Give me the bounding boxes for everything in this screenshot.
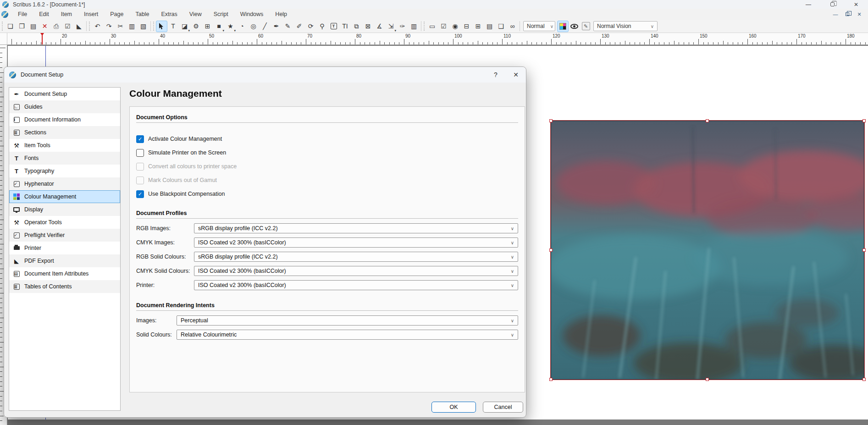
cmyk-solid-colours-select[interactable]: ISO Coated v2 300% (basICColor)∨: [194, 266, 518, 276]
menu-help[interactable]: Help: [269, 10, 293, 19]
copy-button[interactable]: ▥: [126, 21, 138, 32]
mdi-close-button[interactable]: ✕: [853, 10, 865, 19]
handle-middle-right[interactable]: [862, 248, 866, 252]
activate-colour-management-checkbox[interactable]: ✓: [136, 135, 144, 143]
sidebar-item-pdf-export[interactable]: ◣PDF Export: [9, 254, 120, 267]
redo-button[interactable]: ↷: [103, 21, 115, 32]
sidebar-item-guides[interactable]: ∟Guides: [9, 100, 120, 113]
dialog-help-button[interactable]: ?: [486, 67, 506, 83]
sidebar-item-operator-tools[interactable]: ⚒Operator Tools: [9, 216, 120, 229]
menu-page[interactable]: Page: [104, 10, 129, 19]
insert-spiral-button[interactable]: ◎: [248, 21, 259, 32]
zoom-button[interactable]: ⚲: [316, 21, 328, 32]
window-close-button[interactable]: ✕: [844, 0, 868, 9]
mdi-restore-button[interactable]: [841, 10, 853, 19]
pdf-push-button-button[interactable]: ▭: [426, 21, 438, 32]
rotate-item-button[interactable]: ⟳: [305, 21, 316, 32]
story-editor-button[interactable]: TI: [339, 21, 351, 32]
handle-bottom-right[interactable]: [862, 378, 866, 381]
edit-contents-button[interactable]: T: [328, 21, 339, 32]
link-text-frames-button[interactable]: ⧉: [351, 21, 362, 32]
measurements-button[interactable]: ∡: [374, 21, 385, 32]
printer-profile-select[interactable]: ISO Coated v2 300% (basICColor)∨: [194, 280, 518, 290]
copy-item-properties-button[interactable]: ⇲▾: [385, 21, 397, 32]
insert-barcode-button[interactable]: ▥: [408, 21, 420, 32]
open-document-button[interactable]: ❒: [16, 21, 28, 32]
insert-calligraphic-line-button[interactable]: ✐: [293, 21, 305, 32]
mdi-minimize-button[interactable]: —: [829, 10, 841, 19]
insert-polygon-button[interactable]: ★▾: [225, 21, 236, 32]
menu-windows[interactable]: Windows: [234, 10, 270, 19]
ruler-origin-button[interactable]: [0, 33, 7, 45]
save-document-button[interactable]: ▤: [28, 21, 39, 32]
menu-file[interactable]: File: [12, 10, 33, 19]
sidebar-item-document-item-attributes[interactable]: ▤Document Item Attributes: [9, 267, 120, 280]
menu-extras[interactable]: Extras: [155, 10, 183, 19]
rgb-solid-colours-select[interactable]: sRGB display profile (ICC v2.2)∨: [194, 252, 518, 262]
preview-mode-button[interactable]: [569, 21, 580, 32]
print-document-button[interactable]: ⎙: [50, 21, 62, 32]
sidebar-item-colour-management[interactable]: Colour Management: [9, 190, 120, 203]
toggle-colour-management-button[interactable]: [557, 21, 569, 32]
eye-dropper-button[interactable]: ✑: [397, 21, 408, 32]
sidebar-item-tables-of-contents[interactable]: ≣Tables of Contents: [9, 280, 120, 293]
undo-button[interactable]: ↶: [92, 21, 103, 32]
edit-in-preview-button[interactable]: ✎: [580, 21, 592, 32]
use-blackpoint-compensation-checkbox[interactable]: ✓: [136, 190, 144, 198]
cut-button[interactable]: ✂: [115, 21, 126, 32]
pdf-check-box-button[interactable]: ☑: [438, 21, 449, 32]
image-quality-select[interactable]: Normal ∨: [523, 21, 555, 31]
dialog-close-button[interactable]: ✕: [506, 67, 526, 83]
sidebar-item-sections[interactable]: ≣Sections: [9, 126, 120, 139]
horizontal-ruler[interactable]: 2030405060708090100110120130140150160170…: [7, 33, 868, 45]
sidebar-item-printer[interactable]: Printer: [9, 242, 120, 254]
handle-bottom-left[interactable]: [549, 378, 553, 381]
handle-top-left[interactable]: [549, 119, 553, 122]
handle-bottom-center[interactable]: [706, 378, 709, 381]
sidebar-item-display[interactable]: Display: [9, 203, 120, 216]
ok-button[interactable]: OK: [431, 402, 476, 413]
handle-top-right[interactable]: [862, 119, 866, 122]
insert-bezier-curve-button[interactable]: ✒: [271, 21, 282, 32]
pdf-combo-box-button[interactable]: ⊞: [472, 21, 484, 32]
paste-button[interactable]: ▧: [138, 21, 149, 32]
sidebar-item-hyphenator[interactable]: ✓Hyphenator: [9, 177, 120, 190]
sidebar-item-document-information[interactable]: iDocument Information: [9, 113, 120, 126]
solid-colours-intent-select[interactable]: Relative Colourimetric∨: [177, 330, 518, 340]
sidebar-item-item-tools[interactable]: ⚒Item Tools: [9, 139, 120, 152]
handle-top-center[interactable]: [706, 119, 709, 122]
menu-script[interactable]: Script: [208, 10, 234, 19]
window-minimize-button[interactable]: —: [796, 0, 820, 9]
select-item-button[interactable]: [156, 21, 167, 32]
rgb-images-select[interactable]: sRGB display profile (ICC v2.2)∨: [194, 223, 518, 233]
window-restore-button[interactable]: [820, 0, 844, 9]
pdf-text-annotation-button[interactable]: ❑: [495, 21, 507, 32]
pdf-text-field-button[interactable]: ⊟: [461, 21, 472, 32]
menu-edit[interactable]: Edit: [33, 10, 55, 19]
dialog-title-bar[interactable]: Document Setup ? ✕: [4, 67, 526, 83]
vision-defect-select[interactable]: Normal Vision ∨: [593, 21, 658, 31]
close-document-button[interactable]: ✕: [39, 21, 50, 32]
menu-item[interactable]: Item: [55, 10, 78, 19]
sidebar-item-typography[interactable]: TTypography: [9, 165, 120, 177]
cmyk-images-select[interactable]: ISO Coated v2 300% (basICColor)∨: [194, 237, 518, 248]
sidebar-item-document-setup[interactable]: ✒Document Setup: [9, 88, 120, 100]
handle-middle-left[interactable]: [549, 248, 553, 252]
menu-table[interactable]: Table: [129, 10, 155, 19]
new-document-button[interactable]: ❏: [5, 21, 16, 32]
pdf-radio-button-button[interactable]: ◉: [449, 21, 461, 32]
pdf-list-box-button[interactable]: ▤: [484, 21, 495, 32]
save-as-pdf-button[interactable]: ◣: [73, 21, 85, 32]
insert-line-button[interactable]: ╱: [259, 21, 271, 32]
insert-render-frame-button[interactable]: ⚙: [190, 21, 202, 32]
menu-insert[interactable]: Insert: [78, 10, 104, 19]
insert-shape-button[interactable]: ■▾: [213, 21, 225, 32]
insert-text-frame-button[interactable]: T: [167, 21, 179, 32]
insert-table-button[interactable]: ⊞: [202, 21, 213, 32]
simulate-printer-on-screen-checkbox[interactable]: [136, 149, 144, 157]
pdf-link-annotation-button[interactable]: ∞: [507, 21, 518, 32]
sidebar-item-preflight-verifier[interactable]: ✓Preflight Verifier: [9, 229, 120, 242]
insert-freehand-line-button[interactable]: ✎: [282, 21, 293, 32]
images-intent-select[interactable]: Perceptual∨: [177, 315, 518, 326]
menu-view[interactable]: View: [183, 10, 208, 19]
